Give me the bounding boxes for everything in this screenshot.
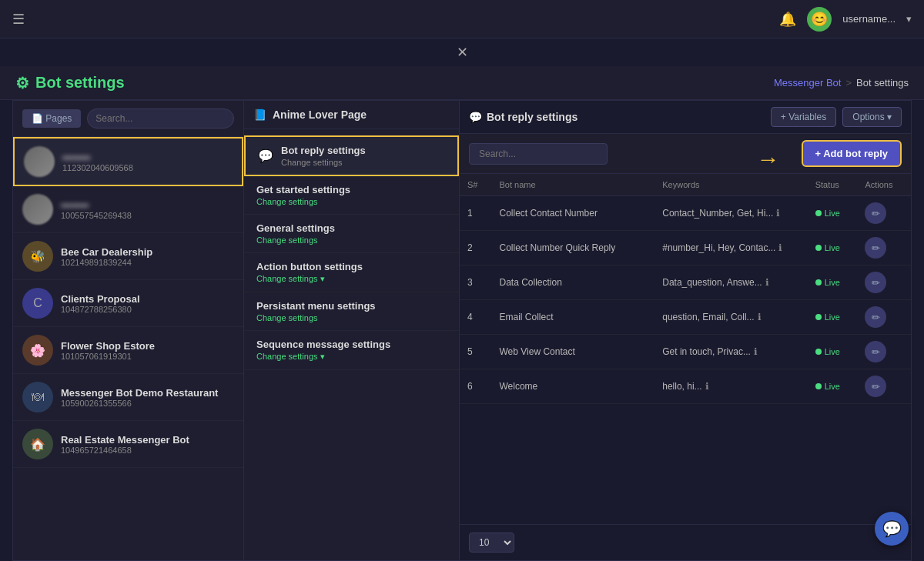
close-icon[interactable]: ✕ — [457, 44, 468, 61]
menu-list: 💬Bot reply settingsChange settingsGet st… — [244, 129, 459, 560]
pages-search-input[interactable] — [87, 109, 234, 129]
page-id: 102149891839244 — [61, 258, 152, 267]
pages-button[interactable]: 📄 Pages — [22, 109, 81, 128]
edit-bot-button[interactable]: ✏ — [865, 202, 886, 224]
menu-item[interactable]: 💬Bot reply settingsChange settings — [244, 135, 459, 176]
cell-actions: ✏ — [857, 196, 911, 231]
username-label: username... — [842, 13, 896, 25]
edit-bot-button[interactable]: ✏ — [865, 272, 886, 293]
page-title: ⚙ Bot settings — [15, 74, 125, 92]
edit-bot-button[interactable]: ✏ — [865, 341, 886, 362]
menu-item[interactable]: Sequence message settingsChange settings… — [244, 331, 459, 370]
breadcrumb-link[interactable]: Messenger Bot — [774, 77, 841, 88]
table-row: 3Data CollectionData_question, Answe...ℹ… — [460, 265, 911, 300]
cell-keywords: #number_Hi, Hey, Contac...ℹ — [654, 231, 807, 265]
cell-status: Live — [808, 300, 858, 335]
info-icon[interactable]: ℹ — [765, 277, 769, 288]
page-info: Flower Shop Estore101057061919301 — [61, 340, 155, 361]
cell-actions: ✏ — [857, 300, 911, 335]
right-panel-actions: + Variables Options ▾ — [771, 107, 902, 127]
hamburger-icon[interactable]: ☰ — [12, 11, 25, 28]
menu-item-sub: Change settings ▾ — [256, 352, 447, 362]
per-page-select[interactable]: 102550100 — [469, 533, 514, 553]
info-icon[interactable]: ℹ — [778, 242, 782, 253]
cell-sn: 6 — [460, 369, 492, 404]
status-badge: Live — [815, 382, 850, 391]
left-panel-header: 📄 Pages — [13, 101, 243, 137]
cell-status: Live — [808, 196, 858, 231]
cell-keywords: question, Email, Coll...ℹ — [654, 300, 807, 335]
anime-icon: 📘 — [253, 109, 266, 121]
nav-right: 🔔 😊 username... ▾ — [779, 7, 912, 32]
page-name: Real Estate Messenger Bot — [61, 434, 189, 446]
page-avatar: 🌸 — [22, 335, 53, 366]
menu-item[interactable]: Get started settingsChange settings — [244, 176, 459, 215]
table-row: 6Welcomehello, hi...ℹLive✏ — [460, 369, 911, 404]
page-list-item[interactable]: CClients Proposal104872788256380 — [13, 280, 243, 327]
cell-actions: ✏ — [857, 265, 911, 300]
page-avatar — [24, 146, 55, 177]
info-icon[interactable]: ℹ — [758, 312, 762, 322]
chat-fab[interactable]: 💬 — [875, 512, 909, 546]
edit-bot-button[interactable]: ✏ — [865, 306, 886, 328]
right-panel: 💬 Bot reply settings + Variables Options… — [460, 101, 911, 560]
col-keywords: Keywords — [654, 174, 807, 196]
bell-icon[interactable]: 🔔 — [779, 11, 796, 28]
cell-keywords: hello, hi...ℹ — [654, 369, 807, 404]
menu-item-title: General settings — [256, 222, 447, 234]
cell-botname: Data Collection — [492, 265, 655, 300]
page-name: •••••••• — [62, 152, 133, 163]
page-avatar: 🏠 — [22, 429, 53, 459]
page-list-item[interactable]: 🐝Bee Car Dealership102149891839244 — [13, 233, 243, 280]
options-button[interactable]: Options ▾ — [842, 107, 902, 127]
cell-botname: Welcome — [492, 369, 655, 404]
page-name: •••••••• — [61, 199, 132, 211]
right-toolbar: + Add bot reply — [460, 134, 911, 174]
status-badge: Live — [815, 209, 850, 218]
close-bar: ✕ — [0, 38, 924, 66]
col-actions: Actions — [857, 174, 911, 196]
menu-item-sub: Change settings — [281, 158, 445, 167]
menu-item-icon: 💬 — [258, 149, 273, 163]
avatar: 😊 — [807, 7, 832, 32]
status-badge: Live — [815, 243, 850, 252]
middle-panel-title: Anime Lover Page — [273, 109, 367, 121]
cell-sn: 1 — [460, 196, 492, 231]
page-title-text: Bot settings — [35, 74, 125, 92]
middle-panel-header: 📘 Anime Lover Page — [244, 101, 459, 129]
breadcrumb-separator: > — [845, 77, 852, 88]
menu-item[interactable]: General settingsChange settings — [244, 215, 459, 253]
page-list-item[interactable]: ••••••••100557545269438 — [13, 186, 243, 233]
page-list-item[interactable]: ••••••••112302040609568 — [13, 137, 243, 186]
page-id: 105900261355566 — [61, 399, 218, 408]
cell-keywords: Contact_Number, Get, Hi...ℹ — [654, 196, 807, 231]
page-list-item[interactable]: 🌸Flower Shop Estore101057061919301 — [13, 327, 243, 374]
page-info: Clients Proposal104872788256380 — [61, 293, 140, 314]
info-icon[interactable]: ℹ — [705, 381, 709, 392]
page-list-item[interactable]: 🏠Real Estate Messenger Bot10496572146465… — [13, 421, 243, 468]
info-icon[interactable]: ℹ — [776, 208, 780, 219]
page-id: 112302040609568 — [62, 163, 133, 172]
page-avatar: C — [22, 288, 53, 319]
table-row: 1Collect Contact NumberContact_Number, G… — [460, 196, 911, 231]
cell-sn: 3 — [460, 265, 492, 300]
edit-bot-button[interactable]: ✏ — [865, 237, 886, 259]
cell-status: Live — [808, 265, 858, 300]
chevron-down-icon[interactable]: ▾ — [906, 13, 912, 25]
bot-search-input[interactable] — [469, 143, 608, 165]
right-title-text: Bot reply settings — [487, 111, 578, 123]
col-sn: S# — [460, 174, 492, 196]
breadcrumb-current: Bot settings — [856, 77, 909, 88]
info-icon[interactable]: ℹ — [754, 346, 758, 357]
status-badge: Live — [815, 278, 850, 287]
menu-item[interactable]: Persistant menu settingsChange settings — [244, 292, 459, 331]
menu-item-sub: Change settings — [256, 197, 447, 206]
variables-button[interactable]: + Variables — [771, 107, 836, 127]
page-list-item[interactable]: 🍽Messenger Bot Demo Restaurant1059002613… — [13, 374, 243, 421]
add-bot-reply-button[interactable]: + Add bot reply — [802, 140, 902, 167]
cell-actions: ✏ — [857, 231, 911, 265]
menu-item[interactable]: Action button settingsChange settings ▾ — [244, 253, 459, 292]
edit-bot-button[interactable]: ✏ — [865, 376, 886, 397]
bot-table: S# Bot name Keywords Status Actions 1Col… — [460, 174, 911, 404]
menu-item-sub: Change settings — [256, 313, 447, 322]
